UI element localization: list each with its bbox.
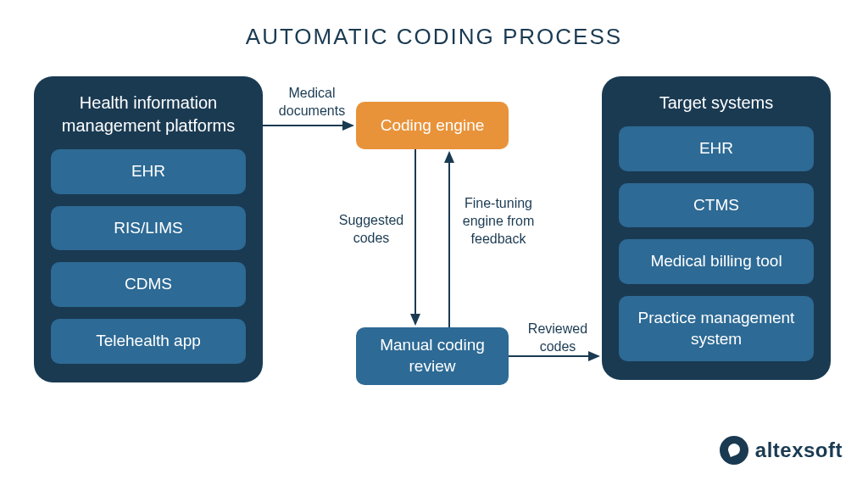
left-panel: Health information management platforms … (34, 76, 263, 382)
left-panel-title: Health information management platforms (51, 92, 246, 137)
left-panel-item: CDMS (51, 262, 246, 307)
brand-logo: altexsoft (720, 436, 843, 465)
brand-logo-icon (720, 436, 748, 465)
right-panel-item: Practice management system (619, 296, 814, 361)
diagram-title: AUTOMATIC CODING PROCESS (0, 0, 868, 50)
left-panel-item: EHR (51, 149, 246, 194)
brand-logo-text: altexsoft (755, 438, 843, 462)
edge-label-reviewed-codes: Reviewed codes (515, 321, 600, 356)
edge-label-medical-documents: Medical documents (270, 85, 354, 120)
right-panel-title: Target systems (619, 92, 814, 114)
coding-engine-node: Coding engine (356, 102, 509, 149)
coding-engine-label: Coding engine (381, 115, 485, 137)
edge-label-suggested-codes: Suggested codes (329, 212, 414, 248)
manual-review-label: Manual coding review (363, 335, 502, 377)
manual-review-node: Manual coding review (356, 327, 509, 385)
right-panel-item: EHR (619, 126, 814, 171)
right-panel-item: Medical billing tool (619, 239, 814, 284)
diagram-canvas: AUTOMATIC CODING PROCESS Health informat… (0, 0, 868, 480)
right-panel: Target systems EHR CTMS Medical billing … (602, 76, 831, 380)
left-panel-item: Telehealth app (51, 319, 246, 364)
right-panel-item: CTMS (619, 183, 814, 228)
edge-label-finetune: Fine-tuning engine from feedback (448, 195, 549, 248)
left-panel-item: RIS/LIMS (51, 206, 246, 251)
